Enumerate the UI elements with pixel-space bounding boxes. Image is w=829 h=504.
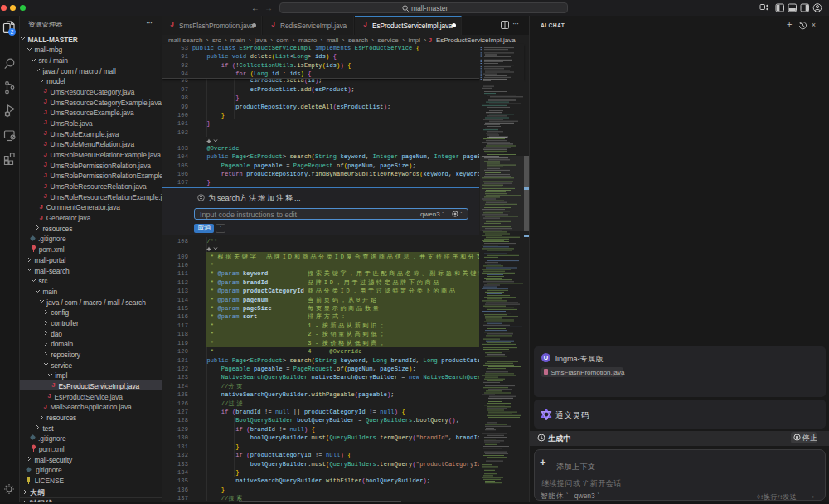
svg-text:2: 2 [11,29,14,35]
